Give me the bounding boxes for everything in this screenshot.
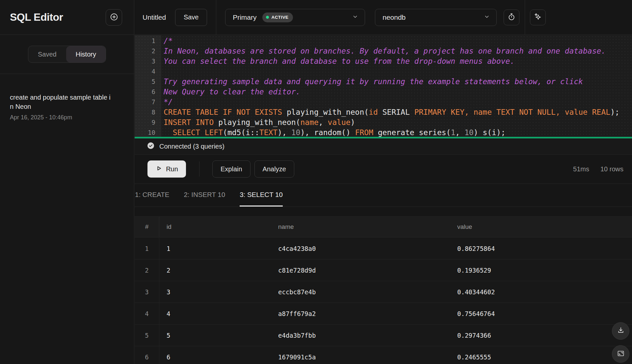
query-title[interactable]: Untitled: [143, 13, 166, 21]
saved-history-toggle: Saved History: [28, 46, 106, 63]
sidebar-tabs: Saved History: [0, 35, 134, 74]
code-text: Try generating sample data and querying …: [155, 77, 583, 87]
save-button[interactable]: Save: [175, 9, 207, 26]
code-line: 9INSERT INTO playing_with_neon(name, val…: [135, 117, 632, 128]
code-text: [155, 66, 164, 77]
ai-assist-button[interactable]: [530, 10, 546, 25]
play-icon: [155, 165, 163, 174]
table-cell: 1679091c5a: [271, 346, 450, 364]
history-list: create and populate sample table in Neon…: [0, 74, 134, 140]
table-cell: eccbc87e4b: [271, 281, 450, 303]
line-number: 10: [135, 128, 155, 138]
query-row-count: 10 rows: [600, 165, 623, 173]
line-number: 3: [135, 56, 155, 66]
sidebar-header: SQL Editor: [0, 0, 134, 35]
code-line: 6New Query to clear the editor.: [135, 87, 632, 97]
line-number: 5: [135, 77, 155, 87]
chevron-down-icon: [352, 14, 358, 21]
table-cell: 0.1936529: [450, 259, 632, 281]
topbar-divider: [525, 0, 525, 35]
actions-divider: [199, 161, 199, 177]
row-number-cell: 2: [135, 259, 159, 281]
code-line: 7*/: [135, 97, 632, 107]
table-cell: c4ca4238a0: [271, 238, 450, 259]
table-row: 11c4ca4238a00.86275864: [135, 238, 632, 259]
actions-row: Run Explain Analyze 51ms 10 rows: [135, 155, 632, 183]
branch-select[interactable]: Primary ACTIVE: [225, 9, 365, 26]
sql-editor-input[interactable]: 1/*2In Neon, databases are stored on bra…: [135, 35, 632, 138]
database-name: neondb: [382, 13, 406, 21]
database-select[interactable]: neondb: [375, 9, 497, 26]
code-line: 10 SELECT LEFT(md5(i::TEXT), 10), random…: [135, 128, 632, 138]
tab-saved[interactable]: Saved: [28, 46, 66, 62]
new-query-button[interactable]: [106, 9, 122, 26]
code-text: /*: [155, 36, 173, 46]
query-duration: 51ms: [573, 165, 589, 173]
code-line: 1/*: [135, 36, 632, 46]
line-number: 6: [135, 87, 155, 97]
sidebar: SQL Editor Saved History create and popu…: [0, 0, 134, 364]
line-number: 7: [135, 97, 155, 107]
sparkles-icon: [534, 12, 542, 22]
check-circle-icon: [147, 142, 155, 151]
table-cell: 5: [159, 325, 271, 346]
expand-results-button[interactable]: [612, 345, 629, 363]
table-cell: 3: [159, 281, 271, 303]
stopwatch-icon: [507, 12, 516, 22]
table-cell: 0.75646764: [450, 303, 632, 324]
chevron-down-icon: [484, 14, 490, 21]
sql-editor-app: SQL Editor Saved History create and popu…: [0, 0, 632, 364]
table-cell: a87ff679a2: [271, 303, 450, 324]
table-cell: 4: [159, 303, 271, 324]
results-panel: #idnamevalue 11c4ca4238a00.8627586422c81…: [135, 207, 632, 364]
row-number-cell: 3: [135, 281, 159, 303]
code-text: SELECT LEFT(md5(i::TEXT), 10), random() …: [155, 128, 506, 138]
row-number-cell: 6: [135, 346, 159, 364]
branch-name: Primary: [233, 13, 256, 21]
line-number: 8: [135, 107, 155, 117]
query-history-timer-button[interactable]: [504, 10, 519, 25]
code-text: You can select the branch and database t…: [155, 56, 514, 66]
result-tab-1[interactable]: 1: CREATE: [135, 184, 169, 206]
explain-button[interactable]: Explain: [212, 160, 250, 178]
code-line: 5Try generating sample data and querying…: [135, 77, 632, 87]
topbar: Untitled Save Primary ACTIVE neondb: [135, 0, 632, 35]
history-item-timestamp: Apr 16, 2025 - 10:46pm: [10, 114, 124, 121]
table-cell: c81e728d9d: [271, 259, 450, 281]
result-tab-3[interactable]: 3: SELECT 10: [240, 184, 283, 206]
code-lines: 1/*2In Neon, databases are stored on bra…: [135, 36, 632, 138]
download-results-button[interactable]: [612, 322, 629, 340]
branch-status-badge: ACTIVE: [262, 12, 293, 22]
run-button[interactable]: Run: [147, 160, 186, 178]
line-number: 9: [135, 117, 155, 128]
result-tab-2[interactable]: 2: INSERT 10: [184, 184, 225, 206]
table-row: 33eccbc87e4b0.40344602: [135, 281, 632, 303]
row-number-cell: 1: [135, 238, 159, 259]
code-line: 3You can select the branch and database …: [135, 56, 632, 66]
active-dot-icon: [266, 16, 269, 19]
code-line: 2In Neon, databases are stored on branch…: [135, 46, 632, 56]
line-number: 4: [135, 66, 155, 77]
code-line: 8CREATE TABLE IF NOT EXISTS playing_with…: [135, 107, 632, 117]
line-number: 2: [135, 46, 155, 56]
main-panel: Untitled Save Primary ACTIVE neondb: [135, 0, 632, 364]
column-header: value: [450, 217, 632, 237]
download-icon: [617, 327, 625, 335]
table-cell: 6: [159, 346, 271, 364]
line-number: 1: [135, 36, 155, 46]
history-item[interactable]: create and populate sample table in Neon…: [10, 93, 124, 121]
table-cell: 0.86275864: [450, 238, 632, 259]
tab-history[interactable]: History: [66, 46, 106, 62]
table-row: 44a87ff679a20.75646764: [135, 303, 632, 325]
plus-circle-icon: [110, 12, 118, 22]
code-text: New Query to clear the editor.: [155, 87, 300, 97]
code-text: CREATE TABLE IF NOT EXISTS playing_with_…: [155, 107, 619, 117]
column-header: #: [135, 217, 159, 237]
table-cell: 0.40344602: [450, 281, 632, 303]
connection-status-text: Connected (3 queries): [159, 143, 224, 150]
code-text: In Neon, databases are stored on branche…: [155, 46, 606, 56]
connection-status-bar: Connected (3 queries): [135, 138, 632, 155]
analyze-button[interactable]: Analyze: [254, 160, 294, 178]
table-cell: 0.2465555: [450, 346, 632, 364]
page-title: SQL Editor: [10, 11, 63, 23]
